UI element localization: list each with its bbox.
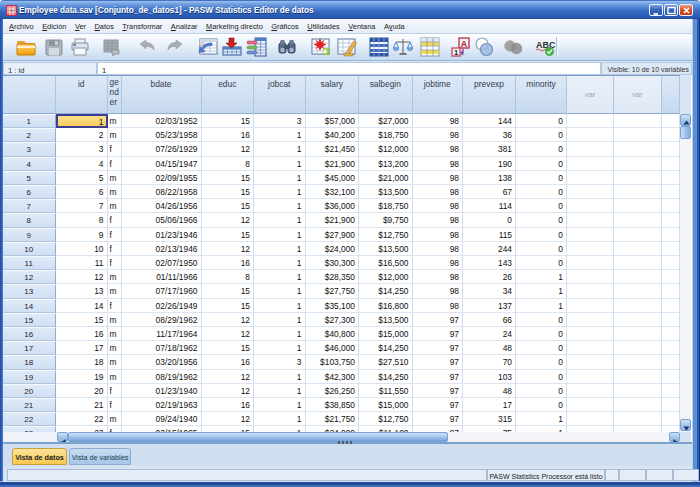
svg-text:ABC: ABC [536,40,556,50]
svg-text:A: A [461,39,468,49]
svg-text:1: 1 [454,48,458,57]
